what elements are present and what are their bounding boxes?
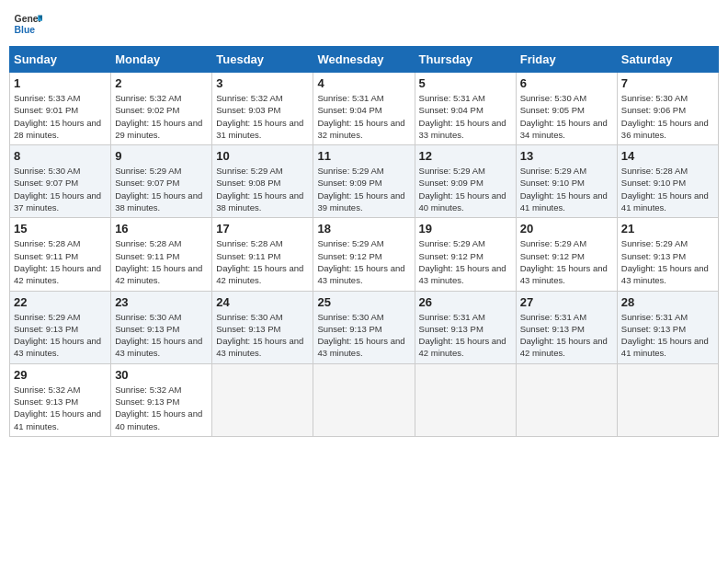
day-sun-info: Sunrise: 5:29 AMSunset: 9:09 PMDaylight:… <box>317 165 410 213</box>
calendar-day-cell: 28Sunrise: 5:31 AMSunset: 9:13 PMDayligh… <box>617 291 718 363</box>
weekday-header-friday: Friday <box>516 47 617 73</box>
day-number: 16 <box>115 222 208 236</box>
day-sun-info: Sunrise: 5:30 AMSunset: 9:13 PMDaylight:… <box>317 311 410 360</box>
day-number: 30 <box>115 368 208 382</box>
day-sun-info: Sunrise: 5:31 AMSunset: 9:13 PMDaylight:… <box>419 311 512 360</box>
calendar-day-cell: 22Sunrise: 5:29 AMSunset: 9:13 PMDayligh… <box>10 291 111 363</box>
calendar-day-cell: 7Sunrise: 5:30 AMSunset: 9:06 PMDaylight… <box>617 73 718 145</box>
calendar-day-cell: 11Sunrise: 5:29 AMSunset: 9:09 PMDayligh… <box>313 145 415 218</box>
calendar-day-cell <box>415 363 516 436</box>
day-sun-info: Sunrise: 5:29 AMSunset: 9:10 PMDaylight:… <box>520 165 613 213</box>
day-sun-info: Sunrise: 5:29 AMSunset: 9:12 PMDaylight:… <box>419 237 512 286</box>
weekday-header-wednesday: Wednesday <box>313 47 415 73</box>
calendar-week-row: 8Sunrise: 5:30 AMSunset: 9:07 PMDaylight… <box>10 145 719 218</box>
day-number: 15 <box>14 222 107 236</box>
day-number: 2 <box>115 76 208 90</box>
calendar-table: SundayMondayTuesdayWednesdayThursdayFrid… <box>9 46 719 437</box>
day-number: 10 <box>216 149 309 163</box>
day-sun-info: Sunrise: 5:31 AMSunset: 9:04 PMDaylight:… <box>317 92 410 141</box>
weekday-header-sunday: Sunday <box>10 47 111 73</box>
day-number: 19 <box>419 222 512 236</box>
day-sun-info: Sunrise: 5:29 AMSunset: 9:13 PMDaylight:… <box>621 237 714 286</box>
day-sun-info: Sunrise: 5:29 AMSunset: 9:07 PMDaylight:… <box>115 165 208 213</box>
calendar-day-cell <box>212 363 313 436</box>
calendar-day-cell: 17Sunrise: 5:28 AMSunset: 9:11 PMDayligh… <box>212 218 313 291</box>
day-number: 12 <box>419 149 512 163</box>
calendar-day-cell: 4Sunrise: 5:31 AMSunset: 9:04 PMDaylight… <box>313 73 415 145</box>
calendar-week-row: 15Sunrise: 5:28 AMSunset: 9:11 PMDayligh… <box>10 218 719 291</box>
calendar-day-cell <box>313 363 415 436</box>
day-number: 28 <box>621 295 714 309</box>
day-sun-info: Sunrise: 5:30 AMSunset: 9:13 PMDaylight:… <box>216 311 309 360</box>
calendar-week-row: 1Sunrise: 5:33 AMSunset: 9:01 PMDaylight… <box>10 73 719 145</box>
svg-text:Blue: Blue <box>15 25 36 35</box>
day-number: 3 <box>216 76 309 90</box>
calendar-day-cell: 30Sunrise: 5:32 AMSunset: 9:13 PMDayligh… <box>111 363 212 436</box>
day-number: 27 <box>520 295 613 309</box>
calendar-day-cell <box>516 363 617 436</box>
day-number: 25 <box>317 295 410 309</box>
logo: General Blue <box>13 9 42 39</box>
day-sun-info: Sunrise: 5:31 AMSunset: 9:04 PMDaylight:… <box>419 92 512 141</box>
calendar-day-cell <box>617 363 718 436</box>
day-sun-info: Sunrise: 5:29 AMSunset: 9:13 PMDaylight:… <box>14 311 107 360</box>
calendar-day-cell: 20Sunrise: 5:29 AMSunset: 9:12 PMDayligh… <box>516 218 617 291</box>
calendar-day-cell: 13Sunrise: 5:29 AMSunset: 9:10 PMDayligh… <box>516 145 617 218</box>
day-number: 22 <box>14 295 107 309</box>
day-sun-info: Sunrise: 5:29 AMSunset: 9:12 PMDaylight:… <box>317 237 410 286</box>
calendar-day-cell: 14Sunrise: 5:28 AMSunset: 9:10 PMDayligh… <box>617 145 718 218</box>
day-number: 23 <box>115 295 208 309</box>
day-number: 4 <box>317 76 410 90</box>
day-sun-info: Sunrise: 5:28 AMSunset: 9:11 PMDaylight:… <box>14 237 107 286</box>
day-sun-info: Sunrise: 5:29 AMSunset: 9:12 PMDaylight:… <box>520 237 613 286</box>
calendar-day-cell: 23Sunrise: 5:30 AMSunset: 9:13 PMDayligh… <box>111 291 212 363</box>
day-sun-info: Sunrise: 5:32 AMSunset: 9:03 PMDaylight:… <box>216 92 309 141</box>
calendar-day-cell: 16Sunrise: 5:28 AMSunset: 9:11 PMDayligh… <box>111 218 212 291</box>
day-number: 20 <box>520 222 613 236</box>
calendar-day-cell: 25Sunrise: 5:30 AMSunset: 9:13 PMDayligh… <box>313 291 415 363</box>
day-sun-info: Sunrise: 5:28 AMSunset: 9:10 PMDaylight:… <box>621 165 714 213</box>
calendar-week-row: 29Sunrise: 5:32 AMSunset: 9:13 PMDayligh… <box>10 363 719 436</box>
day-number: 26 <box>419 295 512 309</box>
day-number: 6 <box>520 76 613 90</box>
calendar-day-cell: 3Sunrise: 5:32 AMSunset: 9:03 PMDaylight… <box>212 73 313 145</box>
day-number: 21 <box>621 222 714 236</box>
day-number: 29 <box>14 368 107 382</box>
weekday-header-monday: Monday <box>111 47 212 73</box>
calendar-week-row: 22Sunrise: 5:29 AMSunset: 9:13 PMDayligh… <box>10 291 719 363</box>
calendar-day-cell: 19Sunrise: 5:29 AMSunset: 9:12 PMDayligh… <box>415 218 516 291</box>
day-sun-info: Sunrise: 5:30 AMSunset: 9:07 PMDaylight:… <box>14 165 107 213</box>
day-sun-info: Sunrise: 5:28 AMSunset: 9:11 PMDaylight:… <box>115 237 208 286</box>
day-sun-info: Sunrise: 5:29 AMSunset: 9:08 PMDaylight:… <box>216 165 309 213</box>
day-sun-info: Sunrise: 5:32 AMSunset: 9:13 PMDaylight:… <box>14 384 107 432</box>
day-sun-info: Sunrise: 5:32 AMSunset: 9:02 PMDaylight:… <box>115 92 208 141</box>
day-number: 24 <box>216 295 309 309</box>
calendar-day-cell: 10Sunrise: 5:29 AMSunset: 9:08 PMDayligh… <box>212 145 313 218</box>
day-number: 18 <box>317 222 410 236</box>
day-number: 11 <box>317 149 410 163</box>
calendar-day-cell: 24Sunrise: 5:30 AMSunset: 9:13 PMDayligh… <box>212 291 313 363</box>
calendar-day-cell: 6Sunrise: 5:30 AMSunset: 9:05 PMDaylight… <box>516 73 617 145</box>
calendar-day-cell: 18Sunrise: 5:29 AMSunset: 9:12 PMDayligh… <box>313 218 415 291</box>
calendar-day-cell: 12Sunrise: 5:29 AMSunset: 9:09 PMDayligh… <box>415 145 516 218</box>
day-sun-info: Sunrise: 5:29 AMSunset: 9:09 PMDaylight:… <box>419 165 512 213</box>
day-sun-info: Sunrise: 5:28 AMSunset: 9:11 PMDaylight:… <box>216 237 309 286</box>
calendar-day-cell: 26Sunrise: 5:31 AMSunset: 9:13 PMDayligh… <box>415 291 516 363</box>
calendar-day-cell: 21Sunrise: 5:29 AMSunset: 9:13 PMDayligh… <box>617 218 718 291</box>
day-number: 13 <box>520 149 613 163</box>
weekday-header-tuesday: Tuesday <box>212 47 313 73</box>
weekday-header-thursday: Thursday <box>415 47 516 73</box>
day-sun-info: Sunrise: 5:30 AMSunset: 9:13 PMDaylight:… <box>115 311 208 360</box>
day-number: 5 <box>419 76 512 90</box>
page-header: General Blue <box>9 9 719 39</box>
weekday-header-saturday: Saturday <box>617 47 718 73</box>
day-number: 1 <box>14 76 107 90</box>
calendar-day-cell: 8Sunrise: 5:30 AMSunset: 9:07 PMDaylight… <box>10 145 111 218</box>
day-sun-info: Sunrise: 5:33 AMSunset: 9:01 PMDaylight:… <box>14 92 107 141</box>
day-sun-info: Sunrise: 5:32 AMSunset: 9:13 PMDaylight:… <box>115 384 208 432</box>
calendar-day-cell: 5Sunrise: 5:31 AMSunset: 9:04 PMDaylight… <box>415 73 516 145</box>
calendar-day-cell: 29Sunrise: 5:32 AMSunset: 9:13 PMDayligh… <box>10 363 111 436</box>
day-number: 9 <box>115 149 208 163</box>
calendar-day-cell: 15Sunrise: 5:28 AMSunset: 9:11 PMDayligh… <box>10 218 111 291</box>
day-sun-info: Sunrise: 5:30 AMSunset: 9:05 PMDaylight:… <box>520 92 613 141</box>
